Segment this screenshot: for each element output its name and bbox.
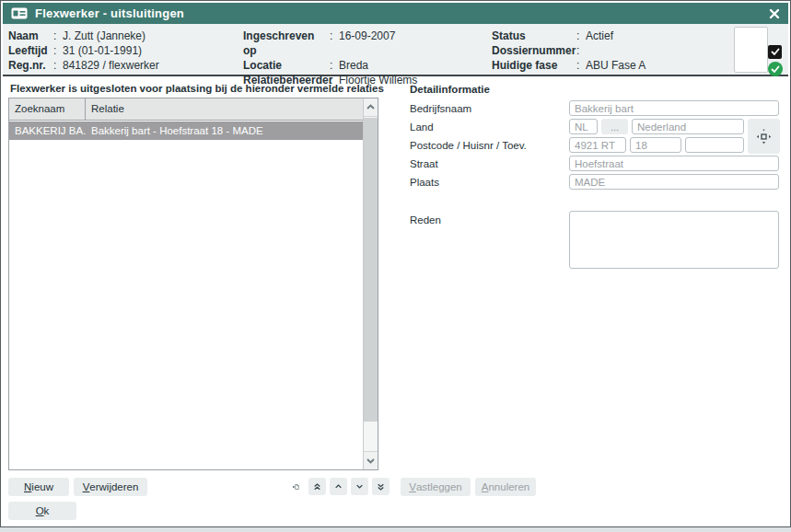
vertical-scrollbar[interactable] xyxy=(363,98,378,469)
window-title: Flexwerker - uitsluitingen xyxy=(35,6,184,20)
plaats-label: Plaats xyxy=(410,175,439,191)
postcode-input[interactable] xyxy=(569,137,626,153)
straat-label: Straat xyxy=(410,156,438,172)
regnr-value: 841829 / flexwerker xyxy=(63,58,159,73)
vastleggen-button[interactable]: Vastleggen xyxy=(401,478,471,496)
cell-zoeknaam: BAKKERIJ BA... xyxy=(9,121,86,140)
plaats-input[interactable] xyxy=(569,174,779,190)
postcode-label: Postcode / Huisnr / Toev. xyxy=(410,138,527,154)
title-bar: Flexwerker - uitsluitingen xyxy=(3,3,788,24)
map-position-button[interactable] xyxy=(748,119,780,154)
move-down-icon[interactable] xyxy=(351,478,368,495)
land-name-input[interactable] xyxy=(632,119,744,134)
ok-button[interactable]: Ok xyxy=(8,502,76,520)
field-label: Status xyxy=(492,29,576,43)
status-value: Actief xyxy=(586,29,613,43)
field-label: Naam xyxy=(8,29,53,43)
field-label: Huidige fase xyxy=(492,58,576,73)
column-header-zoeknaam[interactable]: Zoeknaam xyxy=(9,98,86,120)
huisnr-input[interactable] xyxy=(630,137,681,153)
scroll-up-icon[interactable] xyxy=(364,98,378,117)
table-header: Zoeknaam Relatie xyxy=(9,98,378,121)
header-column-2: Ingeschreven op:16-09-2007 Locatie:Breda… xyxy=(243,29,417,87)
field-label: Locatie xyxy=(243,58,330,73)
toevoeging-input[interactable] xyxy=(685,137,744,153)
leeftijd-value: 31 (01-01-1991) xyxy=(63,43,142,58)
checkbox-checked-icon[interactable] xyxy=(768,45,782,59)
header-column-3: Status:Actief Dossiernummer: Huidige fas… xyxy=(492,29,646,73)
field-label: Ingeschreven op xyxy=(243,29,330,58)
straat-input[interactable] xyxy=(569,156,779,171)
exclusions-table: Zoeknaam Relatie BAKKERIJ BA... Bakkerij… xyxy=(8,98,378,470)
column-header-relatie[interactable]: Relatie xyxy=(86,98,363,120)
move-last-icon[interactable] xyxy=(372,478,390,495)
dialog-window: Flexwerker - uitsluitingen Naam:J. Zutt … xyxy=(0,0,791,527)
exclusions-caption: Flexwerker is uitgesloten voor plaatsing… xyxy=(10,83,384,94)
table-row-selected[interactable]: BAKKERIJ BA... Bakkerij bart - Hoefstraa… xyxy=(9,121,363,140)
reden-textarea[interactable] xyxy=(569,211,779,269)
flexworker-header: Naam:J. Zutt (Janneke) Leeftijd:31 (01-0… xyxy=(3,24,788,76)
scroll-down-icon[interactable] xyxy=(364,451,378,469)
cell-relatie: Bakkerij bart - Hoefstraat 18 - MADE xyxy=(86,121,363,140)
move-up-icon[interactable] xyxy=(330,478,347,495)
land-browse-button[interactable]: ... xyxy=(601,119,628,134)
move-first-icon[interactable] xyxy=(308,478,326,495)
close-icon[interactable] xyxy=(769,8,780,19)
photo-placeholder xyxy=(734,27,768,73)
annuleren-button[interactable]: Annuleren xyxy=(475,478,536,496)
scrollbar-thumb[interactable] xyxy=(364,118,378,422)
field-label: Dossiernummer xyxy=(492,43,576,58)
naam-value: J. Zutt (Janneke) xyxy=(63,29,145,43)
land-label: Land xyxy=(410,120,434,135)
land-code-input[interactable] xyxy=(569,119,598,134)
flexworker-card-icon xyxy=(11,7,28,19)
detail-title: Detailinformatie xyxy=(410,84,490,95)
bedrijfsnaam-label: Bedrijfsnaam xyxy=(410,101,471,117)
nieuw-button[interactable]: Nieuw xyxy=(8,478,69,496)
field-label: Leeftijd xyxy=(8,43,53,58)
verwijderen-button[interactable]: Verwijderen xyxy=(74,478,147,496)
huidige-fase-value: ABU Fase A xyxy=(586,58,646,73)
field-label: Reg.nr. xyxy=(8,58,53,73)
bedrijfsnaam-input[interactable] xyxy=(569,100,779,116)
header-column-1: Naam:J. Zutt (Janneke) Leeftijd:31 (01-0… xyxy=(8,29,159,73)
status-ok-icon xyxy=(768,62,783,76)
ingeschreven-value: 16-09-2007 xyxy=(339,29,395,58)
reden-label: Reden xyxy=(410,213,441,228)
locatie-value: Breda xyxy=(339,58,368,73)
goto-relation-document-icon[interactable] xyxy=(287,478,305,495)
